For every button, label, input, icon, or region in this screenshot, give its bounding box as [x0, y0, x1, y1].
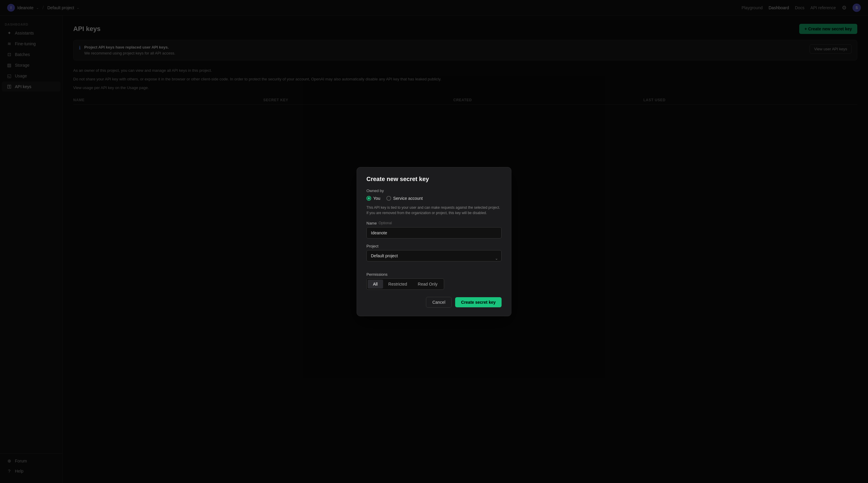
modal-footer: Cancel Create secret key: [366, 297, 502, 308]
permissions-tabs: All Restricted Read Only: [366, 278, 444, 290]
owner-service-account-label: Service account: [393, 196, 423, 201]
project-field-label: Project: [366, 244, 502, 248]
cancel-button[interactable]: Cancel: [426, 297, 452, 308]
modal-overlay[interactable]: Create new secret key Owned by You Servi…: [0, 0, 868, 483]
perm-tab-all[interactable]: All: [368, 280, 383, 289]
owned-by-row: You Service account: [366, 196, 502, 201]
project-select-wrapper: Default project ⌄: [366, 250, 502, 267]
owned-by-label: Owned by: [366, 188, 502, 193]
owner-service-account-option[interactable]: Service account: [386, 196, 423, 201]
project-select[interactable]: Default project: [366, 250, 502, 262]
create-secret-key-button[interactable]: Create secret key: [455, 297, 502, 307]
permissions-field-label: Permissions: [366, 272, 502, 277]
modal-title: Create new secret key: [366, 176, 502, 183]
owner-service-account-radio[interactable]: [386, 196, 391, 201]
perm-tab-read-only[interactable]: Read Only: [412, 280, 443, 289]
owner-you-radio[interactable]: [366, 196, 371, 201]
name-field-label: Name Optional: [366, 221, 502, 225]
name-optional-label: Optional: [379, 221, 392, 225]
perm-tab-restricted[interactable]: Restricted: [383, 280, 412, 289]
modal-hint-text: This API key is tied to your user and ca…: [366, 205, 502, 216]
name-input[interactable]: [366, 227, 502, 239]
create-secret-key-modal: Create new secret key Owned by You Servi…: [356, 167, 512, 316]
owner-you-label: You: [373, 196, 380, 201]
owner-you-option[interactable]: You: [366, 196, 380, 201]
